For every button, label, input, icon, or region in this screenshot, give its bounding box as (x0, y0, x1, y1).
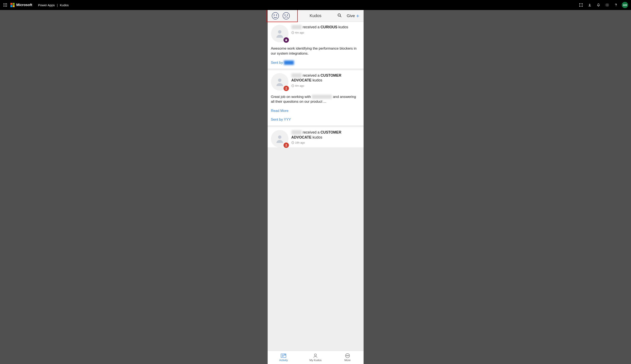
kudos-headline: ████ received a CUSTOMER ADVOCATE kudos (291, 130, 360, 140)
kudos-headline: ████ received a CURIOUS kudos (291, 25, 360, 30)
app-title: Kudos (310, 13, 321, 18)
svg-point-15 (272, 12, 279, 19)
breadcrumb-page[interactable]: Kudos (60, 3, 69, 7)
sent-by-link[interactable]: Sent by YYY (271, 118, 360, 122)
svg-rect-5 (6, 5, 7, 6)
kudos-card[interactable]: ████ received a CUSTOMER ADVOCATE kudos … (268, 70, 364, 126)
tab-label: Activity (279, 358, 288, 362)
kudos-badge-icon (283, 85, 289, 92)
svg-point-13 (582, 6, 583, 7)
microsoft-logo[interactable]: Microsoft (11, 3, 32, 7)
tab-more[interactable]: More (331, 351, 363, 364)
svg-point-18 (283, 12, 289, 19)
plus-icon: + (356, 13, 359, 18)
svg-rect-1 (5, 3, 6, 4)
kudos-message: Great job on working with ████████ and a… (271, 94, 360, 104)
read-more-link[interactable]: Read More (271, 109, 360, 113)
recipient-avatar (271, 130, 289, 148)
clock-icon (291, 84, 294, 87)
kudos-timestamp: 4m ago (291, 31, 360, 34)
app-stage: Kudos Give + (0, 10, 631, 364)
frame-icon[interactable] (577, 1, 585, 9)
microsoft-top-bar: Microsoft Power Apps | Kudos AH (0, 0, 631, 10)
svg-point-12 (579, 6, 580, 7)
kudos-card[interactable]: ████ received a CURIOUS kudos 4m ago Awe… (268, 22, 364, 69)
tab-label: My Kudos (310, 358, 322, 362)
breadcrumb: Power Apps | Kudos (38, 3, 69, 7)
more-icon (345, 353, 350, 358)
svg-point-32 (314, 354, 316, 356)
svg-point-28 (286, 144, 286, 145)
sent-by-link[interactable]: Sent by ████ (271, 61, 360, 65)
tab-activity[interactable]: Activity (268, 351, 300, 364)
give-label: Give (347, 14, 355, 18)
svg-point-31 (285, 354, 286, 356)
svg-point-16 (274, 14, 274, 15)
clock-icon (291, 141, 294, 144)
gear-icon[interactable] (603, 1, 611, 9)
kudos-badge-icon (283, 37, 289, 43)
top-right-icons: AH (577, 1, 629, 9)
svg-point-11 (582, 3, 583, 4)
svg-point-17 (276, 14, 277, 15)
svg-point-35 (347, 356, 348, 356)
give-button[interactable]: Give + (347, 13, 359, 18)
smiley-face-icon[interactable] (271, 12, 280, 20)
user-avatar[interactable]: AH (622, 2, 628, 8)
search-icon[interactable] (337, 13, 342, 18)
tab-my-kudos[interactable]: My Kudos (300, 351, 331, 364)
svg-point-19 (285, 14, 285, 15)
svg-point-10 (579, 3, 580, 4)
help-icon[interactable] (612, 1, 620, 9)
svg-point-34 (346, 356, 347, 356)
kudos-card[interactable]: ████ received a CUSTOMER ADVOCATE kudos … (268, 127, 364, 148)
person-icon (312, 353, 318, 358)
sad-face-icon[interactable] (282, 12, 291, 20)
kudos-timestamp: 4m ago (291, 84, 360, 87)
svg-rect-2 (6, 3, 7, 4)
breadcrumb-separator: | (57, 3, 58, 7)
person-icon (275, 134, 285, 144)
download-icon[interactable] (585, 1, 594, 9)
recipient-avatar (271, 25, 289, 42)
kudos-badge-icon (283, 142, 289, 148)
kudos-feed: ████ received a CURIOUS kudos 4m ago Awe… (268, 22, 364, 351)
svg-rect-3 (4, 5, 4, 6)
feedback-mood-buttons (270, 12, 291, 20)
svg-rect-8 (6, 6, 7, 7)
svg-rect-4 (5, 5, 6, 6)
kudos-app: Kudos Give + (268, 10, 364, 364)
svg-point-24 (278, 78, 281, 82)
breadcrumb-app[interactable]: Power Apps (38, 3, 55, 7)
microsoft-brand-text: Microsoft (16, 3, 32, 7)
svg-point-27 (278, 136, 281, 139)
svg-rect-0 (4, 3, 4, 4)
app-header: Kudos Give + (268, 10, 364, 22)
tab-label: More (344, 358, 351, 362)
svg-rect-9 (580, 4, 582, 6)
microsoft-logo-icon (11, 3, 15, 7)
activity-list-icon (281, 353, 286, 358)
svg-rect-7 (5, 6, 6, 7)
svg-point-21 (338, 14, 340, 16)
app-launcher-icon[interactable] (2, 2, 9, 8)
person-icon (275, 77, 285, 87)
kudos-timestamp: 18h ago (291, 141, 360, 144)
svg-point-25 (286, 87, 286, 88)
clock-icon (291, 31, 294, 34)
person-icon (275, 28, 285, 38)
kudos-message: Awesome work identifying the performance… (271, 46, 360, 56)
bottom-tab-bar: Activity My Kudos More (268, 351, 364, 364)
kudos-headline: ████ received a CUSTOMER ADVOCATE kudos (291, 73, 360, 83)
avatar-initials: AH (623, 4, 627, 7)
svg-point-20 (287, 14, 288, 15)
bell-icon[interactable] (594, 1, 603, 9)
svg-point-14 (606, 4, 608, 6)
recipient-avatar (271, 73, 289, 91)
svg-point-22 (278, 30, 281, 34)
svg-rect-6 (4, 6, 4, 7)
svg-point-36 (348, 356, 349, 356)
